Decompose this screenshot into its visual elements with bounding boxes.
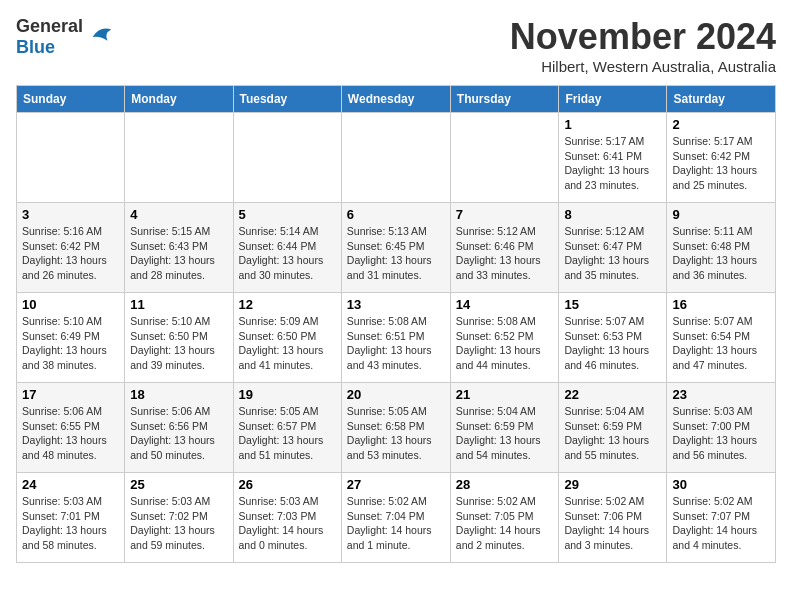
calendar-cell (450, 113, 559, 203)
day-info: Sunrise: 5:07 AM Sunset: 6:54 PM Dayligh… (672, 314, 770, 373)
weekday-header: Sunday (17, 86, 125, 113)
day-number: 24 (22, 477, 119, 492)
day-info: Sunrise: 5:10 AM Sunset: 6:49 PM Dayligh… (22, 314, 119, 373)
calendar-cell: 6Sunrise: 5:13 AM Sunset: 6:45 PM Daylig… (341, 203, 450, 293)
day-number: 5 (239, 207, 336, 222)
day-number: 26 (239, 477, 336, 492)
day-number: 9 (672, 207, 770, 222)
day-info: Sunrise: 5:09 AM Sunset: 6:50 PM Dayligh… (239, 314, 336, 373)
calendar-cell: 25Sunrise: 5:03 AM Sunset: 7:02 PM Dayli… (125, 473, 233, 563)
day-number: 13 (347, 297, 445, 312)
day-number: 11 (130, 297, 227, 312)
day-info: Sunrise: 5:10 AM Sunset: 6:50 PM Dayligh… (130, 314, 227, 373)
day-number: 25 (130, 477, 227, 492)
day-info: Sunrise: 5:11 AM Sunset: 6:48 PM Dayligh… (672, 224, 770, 283)
day-info: Sunrise: 5:12 AM Sunset: 6:47 PM Dayligh… (564, 224, 661, 283)
day-number: 2 (672, 117, 770, 132)
calendar-cell (17, 113, 125, 203)
day-number: 20 (347, 387, 445, 402)
day-number: 28 (456, 477, 554, 492)
calendar-cell: 8Sunrise: 5:12 AM Sunset: 6:47 PM Daylig… (559, 203, 667, 293)
calendar-table: SundayMondayTuesdayWednesdayThursdayFrid… (16, 85, 776, 563)
day-info: Sunrise: 5:03 AM Sunset: 7:03 PM Dayligh… (239, 494, 336, 553)
day-number: 7 (456, 207, 554, 222)
calendar-cell: 9Sunrise: 5:11 AM Sunset: 6:48 PM Daylig… (667, 203, 776, 293)
day-info: Sunrise: 5:17 AM Sunset: 6:41 PM Dayligh… (564, 134, 661, 193)
day-info: Sunrise: 5:02 AM Sunset: 7:07 PM Dayligh… (672, 494, 770, 553)
month-year-title: November 2024 (510, 16, 776, 58)
calendar-cell: 5Sunrise: 5:14 AM Sunset: 6:44 PM Daylig… (233, 203, 341, 293)
day-number: 16 (672, 297, 770, 312)
calendar-cell: 2Sunrise: 5:17 AM Sunset: 6:42 PM Daylig… (667, 113, 776, 203)
calendar-cell: 13Sunrise: 5:08 AM Sunset: 6:51 PM Dayli… (341, 293, 450, 383)
calendar-cell: 28Sunrise: 5:02 AM Sunset: 7:05 PM Dayli… (450, 473, 559, 563)
weekday-header: Thursday (450, 86, 559, 113)
logo: General Blue (16, 16, 115, 58)
day-number: 17 (22, 387, 119, 402)
day-info: Sunrise: 5:06 AM Sunset: 6:56 PM Dayligh… (130, 404, 227, 463)
day-info: Sunrise: 5:16 AM Sunset: 6:42 PM Dayligh… (22, 224, 119, 283)
logo-bird-icon (85, 22, 115, 52)
day-number: 22 (564, 387, 661, 402)
calendar-cell: 23Sunrise: 5:03 AM Sunset: 7:00 PM Dayli… (667, 383, 776, 473)
day-info: Sunrise: 5:04 AM Sunset: 6:59 PM Dayligh… (456, 404, 554, 463)
calendar-cell: 29Sunrise: 5:02 AM Sunset: 7:06 PM Dayli… (559, 473, 667, 563)
day-number: 19 (239, 387, 336, 402)
day-info: Sunrise: 5:03 AM Sunset: 7:00 PM Dayligh… (672, 404, 770, 463)
calendar-cell: 20Sunrise: 5:05 AM Sunset: 6:58 PM Dayli… (341, 383, 450, 473)
calendar-cell: 21Sunrise: 5:04 AM Sunset: 6:59 PM Dayli… (450, 383, 559, 473)
logo-blue-text: Blue (16, 37, 55, 57)
location-subtitle: Hilbert, Western Australia, Australia (510, 58, 776, 75)
day-info: Sunrise: 5:08 AM Sunset: 6:52 PM Dayligh… (456, 314, 554, 373)
calendar-cell: 7Sunrise: 5:12 AM Sunset: 6:46 PM Daylig… (450, 203, 559, 293)
calendar-week-row: 17Sunrise: 5:06 AM Sunset: 6:55 PM Dayli… (17, 383, 776, 473)
day-number: 30 (672, 477, 770, 492)
calendar-cell: 16Sunrise: 5:07 AM Sunset: 6:54 PM Dayli… (667, 293, 776, 383)
calendar-cell: 1Sunrise: 5:17 AM Sunset: 6:41 PM Daylig… (559, 113, 667, 203)
calendar-cell: 26Sunrise: 5:03 AM Sunset: 7:03 PM Dayli… (233, 473, 341, 563)
day-number: 23 (672, 387, 770, 402)
calendar-cell (341, 113, 450, 203)
weekday-header: Wednesday (341, 86, 450, 113)
calendar-cell: 30Sunrise: 5:02 AM Sunset: 7:07 PM Dayli… (667, 473, 776, 563)
calendar-cell (125, 113, 233, 203)
day-number: 1 (564, 117, 661, 132)
calendar-week-row: 24Sunrise: 5:03 AM Sunset: 7:01 PM Dayli… (17, 473, 776, 563)
day-info: Sunrise: 5:03 AM Sunset: 7:02 PM Dayligh… (130, 494, 227, 553)
weekday-header: Friday (559, 86, 667, 113)
day-number: 6 (347, 207, 445, 222)
calendar-cell: 18Sunrise: 5:06 AM Sunset: 6:56 PM Dayli… (125, 383, 233, 473)
day-info: Sunrise: 5:13 AM Sunset: 6:45 PM Dayligh… (347, 224, 445, 283)
calendar-week-row: 1Sunrise: 5:17 AM Sunset: 6:41 PM Daylig… (17, 113, 776, 203)
calendar-cell: 4Sunrise: 5:15 AM Sunset: 6:43 PM Daylig… (125, 203, 233, 293)
calendar-cell: 11Sunrise: 5:10 AM Sunset: 6:50 PM Dayli… (125, 293, 233, 383)
weekday-header: Tuesday (233, 86, 341, 113)
day-number: 10 (22, 297, 119, 312)
calendar-cell: 12Sunrise: 5:09 AM Sunset: 6:50 PM Dayli… (233, 293, 341, 383)
day-info: Sunrise: 5:05 AM Sunset: 6:57 PM Dayligh… (239, 404, 336, 463)
day-info: Sunrise: 5:05 AM Sunset: 6:58 PM Dayligh… (347, 404, 445, 463)
day-info: Sunrise: 5:12 AM Sunset: 6:46 PM Dayligh… (456, 224, 554, 283)
calendar-cell: 22Sunrise: 5:04 AM Sunset: 6:59 PM Dayli… (559, 383, 667, 473)
day-number: 29 (564, 477, 661, 492)
day-info: Sunrise: 5:08 AM Sunset: 6:51 PM Dayligh… (347, 314, 445, 373)
day-number: 21 (456, 387, 554, 402)
page-header: General Blue November 2024 Hilbert, West… (16, 16, 776, 75)
day-number: 4 (130, 207, 227, 222)
calendar-week-row: 3Sunrise: 5:16 AM Sunset: 6:42 PM Daylig… (17, 203, 776, 293)
calendar-cell: 19Sunrise: 5:05 AM Sunset: 6:57 PM Dayli… (233, 383, 341, 473)
day-info: Sunrise: 5:15 AM Sunset: 6:43 PM Dayligh… (130, 224, 227, 283)
day-info: Sunrise: 5:02 AM Sunset: 7:04 PM Dayligh… (347, 494, 445, 553)
day-number: 3 (22, 207, 119, 222)
day-info: Sunrise: 5:02 AM Sunset: 7:06 PM Dayligh… (564, 494, 661, 553)
weekday-header-row: SundayMondayTuesdayWednesdayThursdayFrid… (17, 86, 776, 113)
title-block: November 2024 Hilbert, Western Australia… (510, 16, 776, 75)
calendar-cell: 27Sunrise: 5:02 AM Sunset: 7:04 PM Dayli… (341, 473, 450, 563)
day-info: Sunrise: 5:04 AM Sunset: 6:59 PM Dayligh… (564, 404, 661, 463)
day-number: 8 (564, 207, 661, 222)
calendar-cell: 15Sunrise: 5:07 AM Sunset: 6:53 PM Dayli… (559, 293, 667, 383)
calendar-cell: 10Sunrise: 5:10 AM Sunset: 6:49 PM Dayli… (17, 293, 125, 383)
day-number: 12 (239, 297, 336, 312)
weekday-header: Saturday (667, 86, 776, 113)
day-info: Sunrise: 5:14 AM Sunset: 6:44 PM Dayligh… (239, 224, 336, 283)
